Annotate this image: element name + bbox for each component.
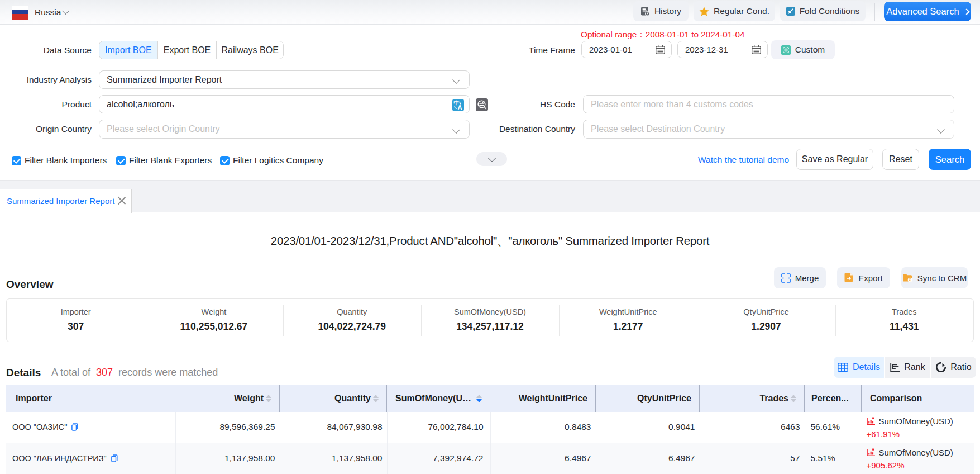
svg-text:A: A [458,104,462,111]
